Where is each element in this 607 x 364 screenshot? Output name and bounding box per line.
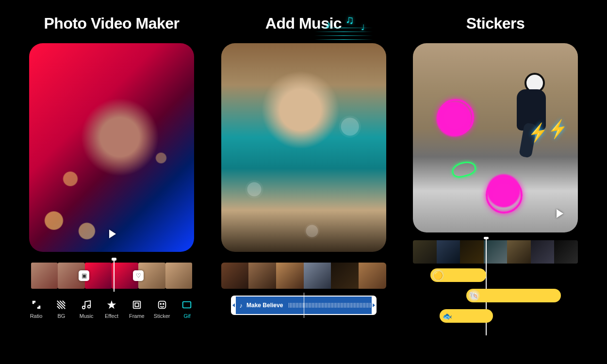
transition-button[interactable]: ♡ bbox=[133, 270, 144, 281]
preview-add-music[interactable] bbox=[221, 43, 386, 252]
tool-sticker[interactable]: Sticker bbox=[151, 298, 173, 319]
tool-label: Gif bbox=[183, 313, 190, 319]
tool-bg[interactable]: BG bbox=[50, 298, 72, 319]
timeline-playhead[interactable] bbox=[114, 260, 115, 292]
timeline-thumbs[interactable]: ▣ ♡ bbox=[31, 263, 192, 289]
music-note-icon: ♪ bbox=[240, 302, 243, 309]
music-note-icon: ♩ bbox=[361, 23, 365, 32]
tool-gif[interactable]: Gif bbox=[176, 298, 197, 319]
timeline-thumb[interactable] bbox=[460, 240, 484, 264]
music-clip[interactable]: ♪ Make Believe bbox=[231, 296, 377, 315]
transition-icon: ▣ bbox=[82, 272, 87, 279]
timeline-thumbs[interactable] bbox=[221, 263, 386, 289]
timeline-thumb[interactable] bbox=[248, 263, 276, 289]
timeline-thumb[interactable] bbox=[304, 263, 331, 289]
sticker-fish-icon: 🐟 bbox=[442, 310, 453, 322]
tool-label: BG bbox=[57, 313, 65, 319]
tool-label: Frame bbox=[129, 313, 145, 319]
svg-point-3 bbox=[160, 303, 161, 304]
audio-waveform bbox=[289, 301, 370, 309]
play-button[interactable] bbox=[101, 224, 122, 244]
play-button[interactable] bbox=[549, 203, 569, 224]
timeline-thumb[interactable] bbox=[484, 240, 508, 264]
tool-ratio[interactable]: Ratio bbox=[26, 298, 47, 319]
svg-rect-0 bbox=[133, 301, 140, 309]
timeline-thumb[interactable] bbox=[531, 240, 555, 264]
timeline-thumb[interactable] bbox=[221, 263, 249, 289]
timeline-thumb[interactable] bbox=[276, 263, 304, 289]
bg-icon bbox=[55, 298, 67, 311]
clip-trim-handle-right[interactable] bbox=[372, 297, 377, 314]
timeline-thumb[interactable] bbox=[554, 240, 578, 264]
music-icon bbox=[80, 298, 93, 311]
timeline-thumb[interactable] bbox=[413, 240, 437, 264]
timeline-playhead[interactable] bbox=[304, 293, 304, 318]
sticker-clip[interactable]: 🟡 bbox=[430, 268, 486, 282]
effect-icon bbox=[105, 298, 118, 311]
neon-wheel-sticker bbox=[437, 99, 474, 136]
neon-wheel-sticker bbox=[486, 177, 523, 214]
play-icon bbox=[557, 209, 563, 218]
tool-label: Sticker bbox=[154, 313, 170, 319]
sticker-timeline: 🟡 🐚 🐟 bbox=[413, 240, 578, 325]
sticker-emoji-icon: 🐚 bbox=[468, 290, 480, 301]
svg-rect-5 bbox=[183, 302, 191, 308]
timeline-thumb[interactable] bbox=[437, 240, 460, 264]
timeline-thumb[interactable] bbox=[359, 263, 386, 289]
panel-title-2: Add Music bbox=[265, 15, 342, 33]
timeline-thumb[interactable] bbox=[331, 263, 359, 289]
sticker-emoji-icon: 🟡 bbox=[432, 269, 444, 281]
music-clip-title: Make Believe bbox=[246, 302, 283, 309]
rider-illustration bbox=[502, 70, 560, 157]
ratio-icon bbox=[30, 298, 43, 311]
transition-heart-icon: ♡ bbox=[136, 272, 141, 279]
green-squiggle-sticker bbox=[450, 159, 477, 180]
sticker-track: 🐚 bbox=[413, 289, 578, 304]
timeline-thumbs[interactable] bbox=[413, 240, 578, 264]
sticker-clip[interactable]: 🐟 bbox=[440, 309, 493, 323]
tool-music[interactable]: Music bbox=[76, 298, 97, 319]
tool-label: Music bbox=[80, 313, 94, 319]
sticker-track: 🐟 bbox=[413, 309, 578, 325]
svg-rect-1 bbox=[135, 303, 138, 306]
clip-trim-handle-left[interactable] bbox=[231, 297, 236, 314]
frame-icon bbox=[131, 298, 143, 311]
panel-title-1: Photo Video Maker bbox=[44, 15, 180, 33]
panel-stickers: Stickers ⚡⚡ 🟡 🐚 bbox=[403, 15, 588, 364]
tool-effect[interactable]: Effect bbox=[101, 298, 122, 319]
timeline-thumb[interactable] bbox=[165, 263, 192, 289]
panel-add-music: Add Music ♪ ♫ ♩ ♪ Make Believe bbox=[212, 15, 396, 364]
music-note-icon: ♫ bbox=[345, 13, 354, 27]
sticker-track: 🟡 bbox=[413, 268, 578, 284]
preview-stickers[interactable]: ⚡⚡ bbox=[413, 43, 578, 232]
tool-label: Effect bbox=[105, 313, 118, 319]
tool-frame[interactable]: Frame bbox=[126, 298, 148, 319]
sticker-icon bbox=[156, 298, 168, 311]
editor-toolbar: Ratio BG Music Effect Frame bbox=[26, 298, 198, 319]
play-icon bbox=[109, 230, 116, 238]
sticker-clip[interactable]: 🐚 bbox=[466, 289, 561, 302]
panel-photo-video-maker: Photo Video Maker ▣ ♡ Ratio bbox=[19, 15, 204, 364]
timeline-thumb[interactable] bbox=[31, 263, 58, 289]
svg-point-4 bbox=[163, 303, 164, 304]
panel-title-3: Stickers bbox=[466, 15, 525, 33]
timeline-thumb[interactable] bbox=[507, 240, 531, 264]
tool-label: Ratio bbox=[30, 313, 43, 319]
transition-button[interactable]: ▣ bbox=[79, 270, 89, 281]
gif-icon bbox=[180, 298, 193, 311]
preview-photo-video[interactable] bbox=[29, 43, 194, 252]
